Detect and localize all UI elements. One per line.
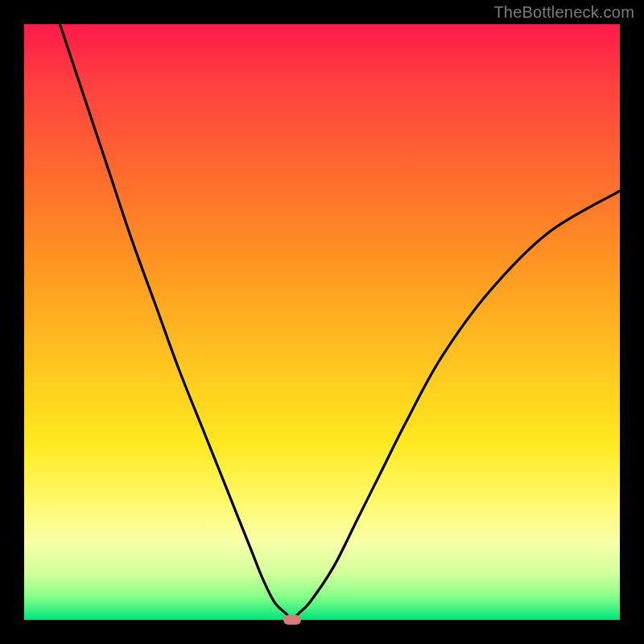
- watermark-text: TheBottleneck.com: [493, 3, 634, 22]
- chart-frame: TheBottleneck.com: [0, 0, 644, 644]
- plot-area: [24, 24, 620, 620]
- min-marker: [283, 615, 301, 625]
- curve-svg: [24, 24, 620, 620]
- bottleneck-curve-path: [60, 24, 620, 620]
